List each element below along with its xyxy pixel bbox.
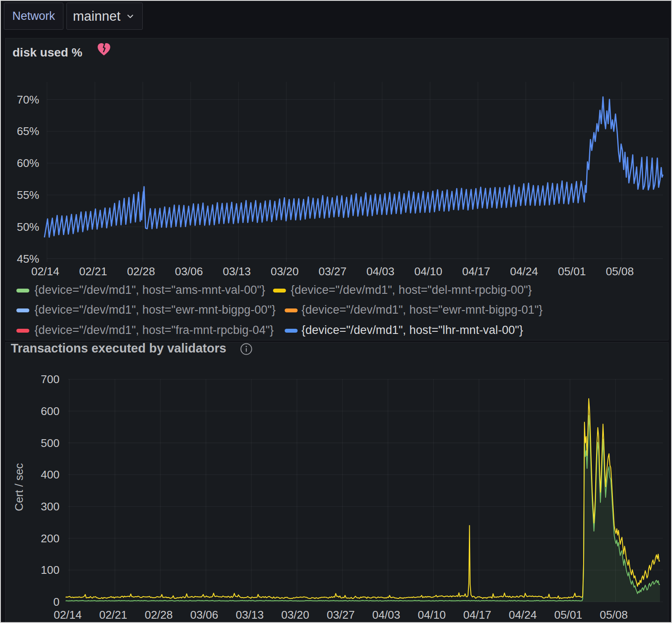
svg-text:02/21: 02/21 bbox=[99, 608, 127, 621]
svg-text:300: 300 bbox=[41, 500, 60, 513]
svg-text:03/13: 03/13 bbox=[236, 608, 264, 621]
svg-text:700: 700 bbox=[41, 373, 60, 386]
svg-text:04/24: 04/24 bbox=[509, 608, 537, 621]
svg-text:60%: 60% bbox=[17, 157, 39, 170]
svg-text:04/10: 04/10 bbox=[414, 265, 442, 278]
svg-text:200: 200 bbox=[41, 532, 60, 545]
svg-text:04/17: 04/17 bbox=[462, 265, 490, 278]
svg-text:02/14: 02/14 bbox=[31, 265, 59, 278]
svg-text:50%: 50% bbox=[17, 220, 39, 233]
svg-text:03/27: 03/27 bbox=[327, 608, 355, 621]
svg-text:02/14: 02/14 bbox=[53, 608, 82, 621]
svg-text:70%: 70% bbox=[17, 93, 39, 106]
svg-text:400: 400 bbox=[41, 468, 60, 481]
svg-text:05/08: 05/08 bbox=[600, 608, 628, 621]
svg-text:04/17: 04/17 bbox=[463, 608, 491, 621]
svg-text:03/13: 03/13 bbox=[223, 265, 251, 278]
svg-text:04/03: 04/03 bbox=[372, 608, 400, 621]
svg-text:03/06: 03/06 bbox=[175, 265, 203, 278]
svg-text:02/28: 02/28 bbox=[127, 265, 155, 278]
svg-text:65%: 65% bbox=[17, 125, 39, 138]
svg-text:45%: 45% bbox=[17, 252, 39, 265]
svg-text:55%: 55% bbox=[17, 189, 39, 201]
svg-text:05/01: 05/01 bbox=[554, 608, 582, 621]
svg-text:500: 500 bbox=[41, 437, 60, 450]
svg-text:02/28: 02/28 bbox=[144, 608, 173, 621]
svg-text:04/24: 04/24 bbox=[510, 265, 538, 278]
svg-text:03/20: 03/20 bbox=[270, 265, 298, 278]
svg-text:02/21: 02/21 bbox=[79, 265, 107, 278]
svg-text:03/20: 03/20 bbox=[281, 608, 309, 621]
svg-text:600: 600 bbox=[41, 405, 60, 418]
svg-text:05/01: 05/01 bbox=[558, 265, 586, 278]
svg-text:05/08: 05/08 bbox=[606, 265, 634, 278]
svg-text:04/10: 04/10 bbox=[418, 608, 446, 621]
svg-text:03/27: 03/27 bbox=[318, 265, 346, 278]
svg-text:100: 100 bbox=[41, 563, 60, 576]
svg-text:03/06: 03/06 bbox=[190, 608, 218, 621]
svg-text:0: 0 bbox=[53, 595, 60, 608]
svg-text:04/03: 04/03 bbox=[366, 265, 394, 278]
